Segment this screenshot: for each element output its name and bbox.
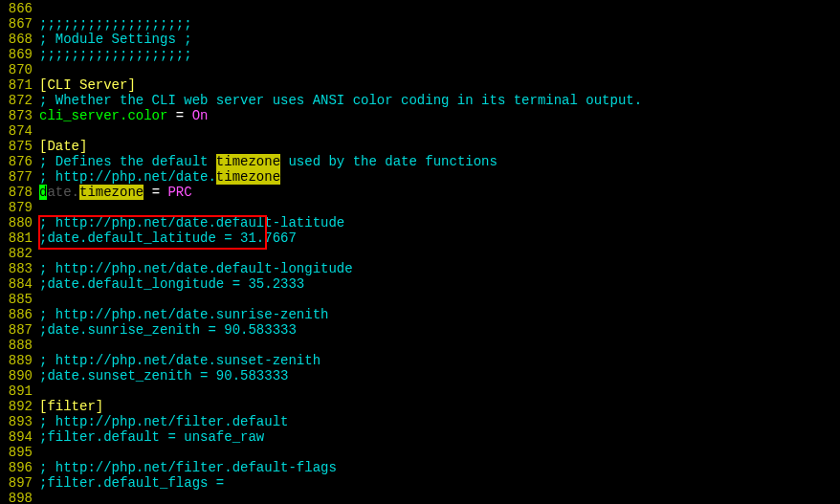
code-line[interactable]: 876; Defines the default timezone used b… <box>0 154 840 169</box>
code-line[interactable]: 873cli_server.color = On <box>0 108 840 123</box>
code-line[interactable]: 874 <box>0 123 840 139</box>
code-line[interactable]: 891 <box>0 383 840 399</box>
line-number: 895 <box>0 445 39 460</box>
line-content[interactable]: ; Module Settings ; <box>39 32 840 47</box>
line-number: 884 <box>0 276 39 292</box>
line-content[interactable] <box>39 246 840 261</box>
code-editor[interactable]: 866867;;;;;;;;;;;;;;;;;;;868; Module Set… <box>0 0 840 504</box>
code-line[interactable]: 896; http://php.net/filter.default-flags <box>0 460 840 475</box>
line-number: 897 <box>0 475 39 491</box>
line-number: 887 <box>0 322 39 338</box>
code-token: PRC <box>167 185 191 200</box>
line-content[interactable]: ; http://php.net/date.sunset-zenith <box>39 353 840 368</box>
line-content[interactable]: ;date.sunset_zenith = 90.583333 <box>39 368 840 383</box>
line-content[interactable] <box>39 383 840 399</box>
line-number: 880 <box>0 215 39 230</box>
line-content[interactable]: ; Whether the CLI web server uses ANSI c… <box>39 93 840 108</box>
line-content[interactable]: [filter] <box>39 399 840 414</box>
code-token: cli_server.color <box>39 108 167 123</box>
code-line[interactable]: 884;date.default_longitude = 35.2333 <box>0 276 840 292</box>
line-content[interactable]: ;date.default_latitude = 31.7667 <box>39 230 840 246</box>
line-number: 889 <box>0 353 39 368</box>
code-line[interactable]: 877; http://php.net/date.timezone <box>0 169 840 185</box>
line-number: 896 <box>0 460 39 475</box>
code-line[interactable]: 895 <box>0 445 840 460</box>
line-content[interactable]: ; http://php.net/filter.default-flags <box>39 460 840 475</box>
line-number: 878 <box>0 185 39 200</box>
code-line[interactable]: 868; Module Settings ; <box>0 32 840 47</box>
code-line[interactable]: 888 <box>0 338 840 353</box>
line-content[interactable] <box>39 62 840 77</box>
code-token: ; http://php.net/filter.default <box>39 414 288 429</box>
line-content[interactable] <box>39 338 840 353</box>
line-content[interactable]: ;;;;;;;;;;;;;;;;;;; <box>39 16 840 32</box>
code-line[interactable]: 889; http://php.net/date.sunset-zenith <box>0 353 840 368</box>
line-number: 866 <box>0 1 39 16</box>
code-line[interactable]: 898 <box>0 491 840 504</box>
code-line[interactable]: 887;date.sunrise_zenith = 90.583333 <box>0 322 840 338</box>
code-line[interactable]: 893; http://php.net/filter.default <box>0 414 840 429</box>
line-number: 886 <box>0 307 39 322</box>
code-token: [filter] <box>39 399 103 414</box>
line-content[interactable]: [Date] <box>39 139 840 154</box>
code-line[interactable]: 883; http://php.net/date.default-longitu… <box>0 261 840 276</box>
code-token: ;;;;;;;;;;;;;;;;;;; <box>39 16 192 32</box>
code-line[interactable]: 890;date.sunset_zenith = 90.583333 <box>0 368 840 383</box>
line-number: 872 <box>0 93 39 108</box>
line-content[interactable]: ;date.sunrise_zenith = 90.583333 <box>39 322 840 338</box>
line-content[interactable]: ; http://php.net/date.default-latitude <box>39 215 840 230</box>
line-number: 882 <box>0 246 39 261</box>
line-content[interactable] <box>39 491 840 504</box>
code-line[interactable]: 894;filter.default = unsafe_raw <box>0 429 840 445</box>
code-line[interactable]: 875[Date] <box>0 139 840 154</box>
code-line[interactable]: 885 <box>0 292 840 307</box>
code-line[interactable]: 870 <box>0 62 840 77</box>
code-line[interactable]: 897;filter.default_flags = <box>0 475 840 491</box>
line-number: 873 <box>0 108 39 123</box>
line-number: 883 <box>0 261 39 276</box>
line-content[interactable]: ; http://php.net/filter.default <box>39 414 840 429</box>
line-content[interactable]: ; http://php.net/date.default-longitude <box>39 261 840 276</box>
line-content[interactable]: cli_server.color = On <box>39 108 840 123</box>
line-content[interactable]: ; Defines the default timezone used by t… <box>39 154 840 169</box>
code-line[interactable]: 869;;;;;;;;;;;;;;;;;;; <box>0 47 840 62</box>
code-token: ; Whether the CLI web server uses ANSI c… <box>39 93 642 108</box>
code-line[interactable]: 866 <box>0 1 840 16</box>
code-token: = <box>167 108 191 123</box>
line-content[interactable]: ;filter.default = unsafe_raw <box>39 429 840 445</box>
code-token: ; http://php.net/filter.default-flags <box>39 460 337 475</box>
code-line[interactable]: 880; http://php.net/date.default-latitud… <box>0 215 840 230</box>
code-line[interactable]: 881;date.default_latitude = 31.7667 <box>0 230 840 246</box>
code-line[interactable]: 867;;;;;;;;;;;;;;;;;;; <box>0 16 840 32</box>
code-line[interactable]: 882 <box>0 246 840 261</box>
line-number: 874 <box>0 123 39 139</box>
line-content[interactable] <box>39 1 840 16</box>
line-number: 888 <box>0 338 39 353</box>
line-number: 869 <box>0 47 39 62</box>
line-content[interactable] <box>39 292 840 307</box>
code-token: ; http://php.net/date.default-longitude <box>39 261 353 276</box>
line-number: 893 <box>0 414 39 429</box>
code-token: ;date.sunset_zenith = 90.583333 <box>39 368 288 383</box>
code-line[interactable]: 879 <box>0 200 840 215</box>
line-content[interactable]: ;date.default_longitude = 35.2333 <box>39 276 840 292</box>
code-token: ; http://php.net/date.sunset-zenith <box>39 353 321 368</box>
code-line[interactable]: 892[filter] <box>0 399 840 414</box>
code-token: ; http://php.net/date.sunrise-zenith <box>39 307 328 322</box>
line-content[interactable]: ; http://php.net/date.sunrise-zenith <box>39 307 840 322</box>
code-line[interactable]: 872; Whether the CLI web server uses ANS… <box>0 93 840 108</box>
line-content[interactable] <box>39 445 840 460</box>
line-content[interactable] <box>39 200 840 215</box>
line-content[interactable]: ;filter.default_flags = <box>39 475 840 491</box>
line-number: 881 <box>0 230 39 246</box>
line-content[interactable]: ;;;;;;;;;;;;;;;;;;; <box>39 47 840 62</box>
line-content[interactable]: ; http://php.net/date.timezone <box>39 169 840 185</box>
code-line[interactable]: 878date.timezone = PRC <box>0 185 840 200</box>
line-content[interactable] <box>39 123 840 139</box>
line-content[interactable]: [CLI Server] <box>39 77 840 93</box>
line-number: 870 <box>0 62 39 77</box>
code-line[interactable]: 871[CLI Server] <box>0 77 840 93</box>
line-number: 892 <box>0 399 39 414</box>
code-line[interactable]: 886; http://php.net/date.sunrise-zenith <box>0 307 840 322</box>
line-content[interactable]: date.timezone = PRC <box>39 185 840 200</box>
